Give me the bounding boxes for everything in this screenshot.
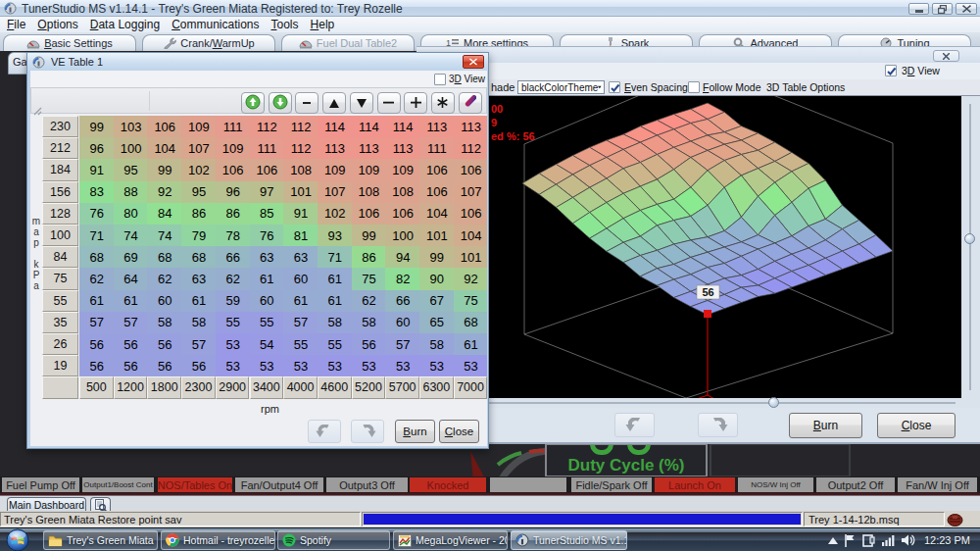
ve-cell[interactable]: 109 — [181, 116, 217, 137]
ve-cell[interactable]: 55 — [318, 333, 353, 355]
ve-cell[interactable]: 62 — [79, 268, 115, 289]
ve-cell[interactable]: 57 — [181, 333, 217, 355]
menu-help[interactable]: Help — [306, 18, 340, 31]
ve-cell[interactable]: 68 — [79, 246, 115, 268]
ve-cell[interactable]: 113 — [419, 116, 455, 137]
ve-cell[interactable]: 75 — [454, 290, 487, 312]
ve-cell[interactable]: 95 — [181, 181, 217, 203]
ve-cell[interactable]: 58 — [419, 333, 455, 355]
ve-cell[interactable]: 56 — [79, 355, 115, 376]
show-hidden-icon[interactable] — [828, 537, 838, 544]
ve-cell[interactable]: 103 — [114, 116, 149, 137]
ve-cell[interactable]: 58 — [352, 312, 387, 333]
dialog-titlebar[interactable]: VE Table 1 — [27, 53, 488, 71]
horizontal-rotation-slider[interactable] — [416, 398, 980, 408]
ve-cell[interactable]: 112 — [250, 116, 285, 137]
ve-cell[interactable]: 107 — [318, 181, 353, 203]
ve-cell[interactable]: 61 — [250, 268, 285, 289]
ve-cell[interactable]: 101 — [283, 181, 318, 203]
ve-cell[interactable]: 63 — [181, 268, 217, 289]
ve-cell[interactable]: 56 — [114, 333, 149, 355]
send-up-button[interactable] — [241, 92, 265, 114]
ve-cell[interactable]: 92 — [454, 268, 487, 289]
ve-cell[interactable]: 107 — [181, 137, 217, 159]
color-theme-dropdown[interactable]: blackColorTheme — [517, 80, 605, 94]
ve-cell[interactable]: 100 — [114, 137, 149, 159]
ve-cell[interactable]: 113 — [318, 137, 353, 159]
3d-table-options-button[interactable]: 3D Table Options — [766, 81, 845, 93]
close-button-panel[interactable]: Close — [877, 413, 956, 438]
ve-cell[interactable]: 100 — [385, 225, 420, 246]
ve-cell[interactable]: 76 — [250, 225, 285, 246]
ve-cell[interactable]: 55 — [250, 312, 285, 333]
ve-cell[interactable]: 56 — [352, 333, 387, 355]
ve-cell[interactable]: 86 — [181, 203, 217, 225]
ve-cell[interactable]: 60 — [385, 312, 420, 333]
ve-cell[interactable]: 86 — [352, 246, 387, 268]
ve-cell[interactable]: 71 — [79, 225, 115, 246]
ve-cell[interactable]: 63 — [250, 246, 285, 268]
ve-cell[interactable]: 56 — [114, 355, 149, 376]
ve-cell[interactable]: 106 — [454, 159, 487, 180]
ve-cell[interactable]: 60 — [283, 268, 318, 289]
menu-data-logging[interactable]: Data Logging — [85, 18, 165, 31]
send-down-button[interactable] — [269, 92, 292, 114]
panel-close-button[interactable] — [933, 50, 959, 62]
tab-main-dashboard[interactable]: Main Dashboard — [7, 497, 86, 512]
ve-cell[interactable]: 80 — [114, 203, 149, 225]
taskbar-trey-s-green-miata[interactable]: Trey's Green Miata — [43, 530, 158, 550]
ve-cell[interactable]: 53 — [216, 333, 251, 355]
ve-cell[interactable]: 111 — [216, 116, 251, 137]
set-equal-button[interactable] — [295, 92, 318, 114]
ve-cell[interactable]: 53 — [318, 355, 353, 376]
ve-cell[interactable]: 53 — [385, 355, 420, 376]
ve-cell[interactable]: 55 — [216, 312, 251, 333]
ve-cell[interactable]: 113 — [385, 137, 420, 159]
menu-options[interactable]: Options — [32, 18, 82, 31]
new-dashboard-tab-button[interactable] — [90, 497, 111, 512]
taskbar-clock[interactable]: 12:23 PM — [924, 534, 970, 546]
ve-cell[interactable]: 58 — [318, 312, 353, 333]
ve-cell[interactable]: 101 — [419, 225, 455, 246]
ve-cell[interactable]: 104 — [454, 225, 487, 246]
ve-cell[interactable]: 99 — [79, 116, 115, 137]
ve-cell[interactable]: 114 — [385, 116, 420, 137]
ve-cell[interactable]: 79 — [181, 225, 217, 246]
ve-cell[interactable]: 108 — [385, 181, 420, 203]
window-icon[interactable] — [862, 534, 875, 547]
ve-cell[interactable]: 104 — [147, 137, 182, 159]
ve-cell[interactable]: 65 — [419, 312, 455, 333]
plus-button[interactable] — [404, 92, 427, 114]
ve-cell[interactable]: 95 — [114, 159, 149, 180]
network-signal-icon[interactable] — [882, 534, 895, 546]
ve-cell[interactable]: 61 — [454, 333, 487, 355]
ve-cell[interactable]: 91 — [79, 159, 115, 180]
ve-cell[interactable]: 99 — [352, 225, 387, 246]
ve-cell[interactable]: 57 — [385, 333, 420, 355]
undo-button[interactable] — [614, 413, 655, 437]
ve-cell[interactable]: 113 — [352, 137, 387, 159]
ve-cell[interactable]: 99 — [419, 246, 455, 268]
ve-cell[interactable]: 78 — [216, 225, 251, 246]
ve-cell[interactable]: 104 — [419, 203, 455, 225]
ve-cell[interactable]: 60 — [250, 290, 285, 312]
ve-cell[interactable]: 59 — [216, 290, 251, 312]
ve-cell[interactable]: 96 — [79, 137, 115, 159]
ve-cell[interactable]: 53 — [454, 355, 487, 376]
ve-cell[interactable]: 85 — [250, 203, 285, 225]
ve-cell[interactable]: 94 — [385, 246, 420, 268]
ve-cell[interactable]: 53 — [250, 355, 285, 376]
ve-cell[interactable]: 76 — [79, 203, 115, 225]
menu-tools[interactable]: Tools — [267, 18, 304, 31]
ve-cell[interactable]: 102 — [181, 159, 217, 180]
ve-cell[interactable]: 84 — [147, 203, 182, 225]
ve-cell[interactable]: 53 — [419, 355, 455, 376]
ve-cell[interactable]: 93 — [318, 225, 353, 246]
ve-cell[interactable]: 68 — [454, 312, 487, 333]
ve-cell[interactable]: 63 — [283, 246, 318, 268]
ve-cell[interactable]: 109 — [318, 159, 353, 180]
ve-cell[interactable]: 62 — [147, 268, 182, 289]
minus-button[interactable] — [377, 92, 401, 114]
ve-cell[interactable]: 55 — [283, 333, 318, 355]
ve-cell[interactable]: 112 — [283, 137, 318, 159]
